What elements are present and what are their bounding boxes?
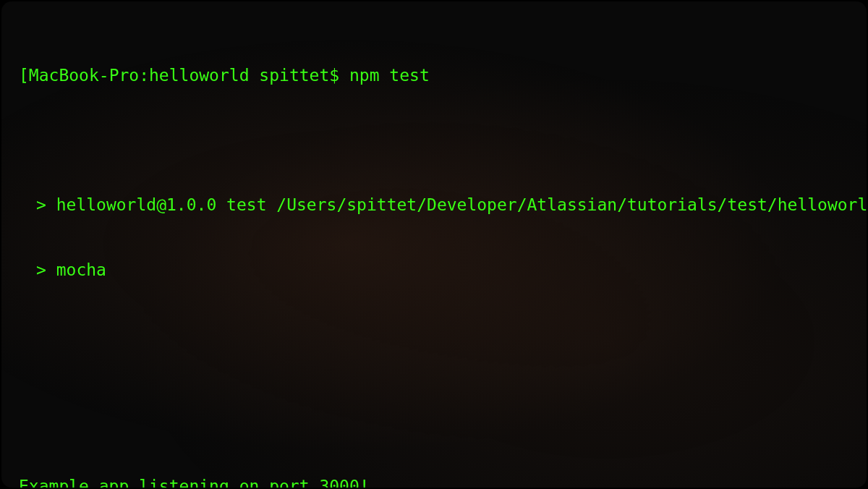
command-line: [MacBook-Pro:helloworld spittet$ npm tes…	[19, 65, 849, 87]
terminal-content: [MacBook-Pro:helloworld spittet$ npm tes…	[19, 22, 849, 488]
bracket-open: [	[19, 66, 29, 85]
app-log-message: Example app listening on port 3000!	[19, 476, 849, 488]
command-text: npm test	[349, 66, 430, 85]
shell-prompt: MacBook-Pro:helloworld spittet$	[29, 66, 349, 85]
terminal-window[interactable]: [MacBook-Pro:helloworld spittet$ npm tes…	[1, 1, 867, 488]
npm-runner-line: > mocha	[19, 260, 849, 281]
npm-script-header: > helloworld@1.0.0 test /Users/spittet/D…	[19, 195, 849, 216]
